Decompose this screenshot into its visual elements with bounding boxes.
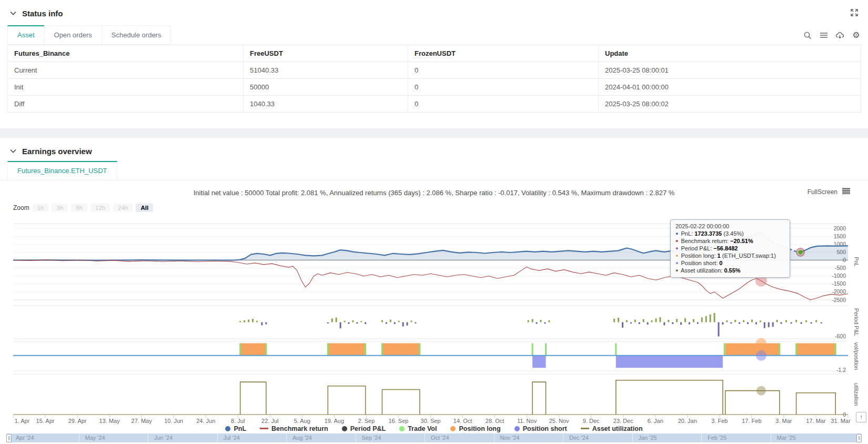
period-pnl-bar	[394, 322, 396, 325]
period-pnl-bar	[365, 322, 366, 325]
navigator-divider	[79, 433, 79, 442]
period-pnl-bar	[622, 322, 623, 328]
legend-item-trade-vol[interactable]: Trade Vol	[399, 425, 437, 432]
hover-marker	[755, 275, 767, 287]
cloud-download-icon[interactable]	[835, 31, 844, 39]
zoom-button-3h: 3h	[52, 204, 68, 212]
period-pnl-bar	[331, 318, 333, 322]
navigator-month-label: Oct '24	[431, 435, 449, 441]
period-pnl-bar	[540, 320, 541, 322]
y-axis-label: 2000	[834, 225, 846, 231]
period-pnl-bar	[651, 320, 653, 322]
cell-frozen-usdt: 0	[408, 62, 599, 79]
x-axis-label: 17. Feb	[742, 418, 761, 424]
settings-gear-icon[interactable]: ⚙	[852, 31, 861, 39]
navigator-month-label: Dec '24	[569, 435, 589, 441]
table-row: Init5000002024-04-01 00:00:00	[8, 79, 861, 96]
x-axis-label: 13. May	[99, 418, 120, 424]
column-header-freeusdt: FreeUSDT	[244, 45, 408, 62]
zoom-button-24h: 24h	[113, 204, 133, 212]
period-pnl-bar	[768, 322, 770, 327]
period-pnl-bar	[256, 321, 258, 322]
legend-item-position-short[interactable]: Position short	[514, 425, 567, 432]
legend-line-icon	[260, 428, 268, 429]
x-axis-label: 30. Sep	[421, 418, 441, 424]
legend-item-benchmark-return[interactable]: Benchmark return	[260, 425, 328, 432]
chart-navigator[interactable]: Apr '24May '24Jun '24Jul '24Aug '24Sep '…	[6, 433, 862, 442]
legend-item-asset-utilization[interactable]: Asset utilization	[581, 425, 643, 432]
navigator-divider	[425, 433, 425, 442]
x-axis-label: 28. Oct	[486, 418, 504, 424]
period-pnl-bar	[772, 322, 774, 327]
fullscreen-label[interactable]: FullScreen	[808, 188, 837, 196]
period-pnl-bar	[811, 322, 812, 324]
navigator-month-label: Mar '25	[777, 435, 796, 441]
period-pnl-bar	[743, 320, 744, 322]
panel-axis-title: Period P&L	[853, 308, 860, 336]
navigator-left-handle[interactable]	[6, 434, 12, 442]
period-pnl-bar	[643, 319, 644, 322]
period-pnl-bar	[751, 320, 753, 322]
panel-utilization: 0utilization	[13, 374, 860, 418]
period-pnl-bar	[410, 320, 412, 322]
collapse-chevron-icon[interactable]	[9, 9, 17, 17]
legend-label: Period P&L	[350, 425, 386, 432]
tab-open-orders[interactable]: Open orders	[44, 25, 102, 45]
navigator-divider	[286, 433, 287, 442]
zoom-button-all[interactable]: All	[136, 204, 153, 212]
x-axis-label: 27. May	[132, 418, 153, 424]
period-pnl-bar	[544, 322, 546, 324]
navigator-month-label: Jul '24	[224, 435, 240, 441]
navigator-month-label: Jun '24	[154, 435, 173, 441]
column-header-frozenusdt: FrozenUSDT	[408, 45, 599, 62]
chart-area: 2000150010005000-500-1000-1500-2000-2500…	[0, 218, 868, 425]
period-pnl-bar	[390, 320, 391, 322]
navigator-divider	[632, 433, 633, 442]
collapse-chevron-icon[interactable]	[9, 147, 17, 155]
x-axis-label: 20. Jan	[678, 418, 697, 424]
row-name-current[interactable]: Current	[8, 62, 244, 79]
cell-free-usdt: 50000	[244, 79, 408, 96]
period-pnl-bar	[244, 320, 245, 322]
zoom-button-12h: 12h	[90, 204, 110, 212]
chart-fullscreen-control[interactable]: FullScreen	[808, 188, 850, 196]
period-pnl-bar	[726, 320, 728, 322]
legend-item-pnl[interactable]: PnL	[225, 425, 246, 432]
legend-line-icon	[581, 428, 589, 429]
navigator-divider	[771, 433, 771, 442]
period-pnl-bar	[747, 322, 749, 325]
period-pnl-bar	[760, 320, 761, 322]
legend-item-period-p-l[interactable]: Period P&L	[342, 425, 386, 432]
panel-vol-position: -1.2vol/position	[13, 341, 860, 373]
y-axis-label: 1500	[834, 233, 846, 239]
legend-label: Position long	[459, 425, 500, 432]
tab-futures-binance-eth-usdt[interactable]: Futures_Binance.ETH_USDT	[7, 161, 117, 180]
period-pnl-bar	[680, 322, 682, 325]
navigator-month-label: Sep '24	[362, 435, 381, 441]
legend-dot-icon	[225, 426, 230, 431]
period-pnl-bar	[536, 322, 538, 324]
period-pnl-bar	[360, 321, 362, 322]
period-pnl-bar	[248, 320, 249, 322]
tab-schedule-orders[interactable]: Schedule orders	[102, 25, 171, 45]
period-pnl-bar	[386, 322, 387, 324]
chart-context-menu-icon[interactable]	[842, 188, 850, 196]
navigator-divider	[494, 433, 494, 442]
x-axis-label: 11. Nov	[517, 418, 537, 424]
chart-summary-stats: Initial net value : 50000 Total profit: …	[0, 185, 868, 201]
x-axis-label: 2. Sep	[358, 418, 375, 424]
legend-item-position-long[interactable]: Position long	[450, 425, 500, 432]
density-menu-icon[interactable]	[819, 31, 828, 39]
period-pnl-bar	[722, 322, 723, 325]
fullscreen-expand-icon[interactable]	[850, 8, 859, 17]
search-icon[interactable]	[803, 31, 812, 39]
navigator-month-label: Aug '24	[292, 435, 312, 441]
legend-label: Position short	[523, 425, 567, 432]
earnings-chart-svg[interactable]: 2000150010005000-500-1000-1500-2000-2500…	[0, 218, 868, 425]
scroll-top-button[interactable]: ↑	[856, 412, 866, 422]
hover-marker	[756, 350, 766, 361]
tab-asset[interactable]: Asset	[7, 25, 45, 45]
navigator-right-handle[interactable]	[856, 434, 862, 442]
legend-dot-icon	[399, 426, 405, 431]
utilization-step	[616, 380, 723, 415]
